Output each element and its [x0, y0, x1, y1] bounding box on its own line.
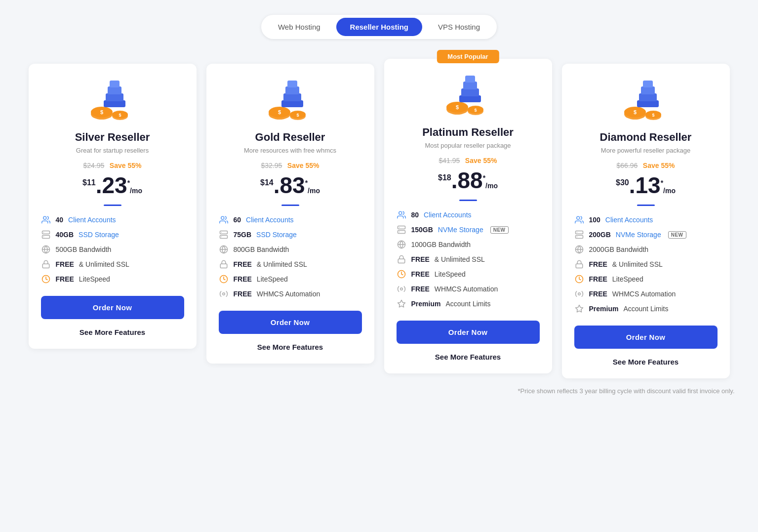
plan-price-dollar: $30: [616, 178, 629, 187]
plan-save: Save 55%: [110, 162, 142, 169]
feature-item: 75GB SSD Storage: [219, 230, 362, 240]
feature-icon-storage: [219, 230, 229, 240]
svg-rect-56: [398, 259, 405, 263]
svg-rect-28: [287, 81, 297, 87]
svg-point-58: [400, 288, 402, 290]
features-list: 100 Client Accounts 200GB NVMe Storage N…: [574, 215, 718, 314]
hosting-tabs: Web Hosting Reseller Hosting VPS Hosting: [261, 15, 497, 39]
plan-price: $14.83*/mo: [260, 172, 320, 198]
plan-price-cents: 23: [102, 172, 127, 198]
plan-icon-diamond: $ $: [621, 79, 671, 123]
feature-icon-bandwidth: [397, 240, 406, 249]
svg-point-79: [578, 293, 580, 295]
plan-price-row: $14.83*/mo: [260, 174, 320, 197]
feature-item: FREE & Unlimited SSL: [574, 259, 718, 269]
plan-icon-platinum: $ $: [443, 74, 493, 118]
plan-price-dollar: $18: [438, 173, 451, 182]
plan-price-asterisk: *: [305, 179, 308, 187]
new-badge: NEW: [490, 226, 509, 234]
feature-icon-whmcs: [574, 289, 584, 299]
feature-item: FREE LiteSpeed: [219, 274, 362, 284]
feature-icon-users: [219, 215, 229, 225]
feature-item: FREE & Unlimited SSL: [41, 259, 184, 269]
feature-icon-premium: [397, 299, 406, 309]
svg-rect-8: [108, 86, 121, 94]
feature-icon-whmcs: [219, 289, 229, 299]
svg-text:$: $: [633, 109, 636, 115]
feature-item: FREE WHMCS Automation: [397, 284, 540, 294]
svg-rect-66: [637, 100, 659, 107]
svg-rect-45: [459, 95, 481, 102]
features-list: 60 Client Accounts 75GB SSD Storage 800G…: [219, 215, 362, 299]
svg-rect-46: [461, 88, 479, 96]
plan-name: Silver Reseller: [75, 131, 150, 144]
features-list: 80 Client Accounts 150GB NVMe Storage NE…: [397, 210, 540, 309]
order-now-button[interactable]: Order Now: [219, 311, 362, 334]
feature-item: 40 Client Accounts: [41, 215, 184, 225]
tab-reseller-hosting[interactable]: Reseller Hosting: [336, 18, 422, 36]
feature-item: FREE LiteSpeed: [41, 274, 184, 284]
plan-original-price: $41.95: [439, 157, 460, 164]
plan-icon-gold: $ $: [266, 79, 315, 123]
see-more-features-link[interactable]: See More Features: [435, 353, 501, 361]
order-now-button[interactable]: Order Now: [397, 321, 540, 344]
tab-bar: Web Hosting Reseller Hosting VPS Hosting: [10, 15, 748, 39]
plan-save: Save 55%: [465, 157, 497, 164]
svg-rect-68: [641, 86, 655, 94]
plan-price: $18.88*/mo: [438, 167, 498, 193]
svg-marker-80: [575, 305, 583, 312]
feature-icon-storage: [397, 225, 406, 235]
svg-rect-27: [285, 86, 299, 94]
feature-icon-ssl: [219, 259, 229, 269]
feature-icon-ssl: [41, 259, 51, 269]
svg-point-29: [221, 216, 224, 219]
plan-name: Platinum Reseller: [422, 126, 514, 139]
tab-web-hosting[interactable]: Web Hosting: [264, 18, 334, 36]
svg-rect-48: [465, 76, 475, 82]
plan-price-suffix: /mo: [485, 182, 498, 190]
tab-vps-hosting[interactable]: VPS Hosting: [424, 18, 494, 36]
svg-point-49: [399, 211, 401, 214]
see-more-features-link[interactable]: See More Features: [613, 358, 678, 366]
plan-price-cents: 13: [635, 172, 660, 198]
plan-original-price: $66.96: [617, 162, 638, 169]
svg-rect-26: [283, 93, 301, 101]
feature-icon-whmcs: [397, 284, 406, 294]
new-badge: NEW: [668, 231, 686, 239]
svg-text:$: $: [652, 113, 654, 118]
feature-item: FREE WHMCS Automation: [574, 289, 718, 299]
order-now-button[interactable]: Order Now: [41, 296, 184, 319]
svg-point-38: [222, 293, 225, 295]
plan-price-row: $11.23*/mo: [82, 174, 142, 197]
plan-name: Diamond Reseller: [600, 131, 692, 144]
feature-item: 80 Client Accounts: [397, 210, 540, 220]
svg-rect-69: [643, 81, 653, 87]
order-now-button[interactable]: Order Now: [574, 326, 718, 349]
svg-rect-47: [463, 82, 477, 89]
plan-price: $11.23*/mo: [82, 172, 142, 198]
feature-item: 2000GB Bandwidth: [574, 245, 718, 254]
see-more-features-link[interactable]: See More Features: [80, 328, 145, 336]
plan-name: Gold Reseller: [255, 131, 325, 144]
plan-price-asterisk: *: [483, 174, 485, 182]
feature-icon-speed: [41, 274, 51, 284]
feature-item: 500GB Bandwidth: [41, 245, 184, 254]
plan-price-suffix: /mo: [663, 187, 676, 195]
plan-save: Save 55%: [287, 162, 319, 169]
see-more-features-link[interactable]: See More Features: [257, 343, 323, 351]
feature-icon-speed: [397, 269, 406, 279]
most-popular-badge: Most Popular: [437, 50, 499, 63]
feature-item: FREE LiteSpeed: [397, 269, 540, 279]
svg-text:$: $: [100, 109, 103, 115]
feature-item: FREE LiteSpeed: [574, 274, 718, 284]
feature-item: FREE & Unlimited SSL: [219, 259, 362, 269]
plan-price-asterisk: *: [661, 179, 663, 187]
feature-item: 150GB NVMe Storage NEW: [397, 225, 540, 235]
plan-price-cents: 88: [457, 167, 482, 193]
svg-rect-17: [42, 264, 49, 268]
plan-tagline: More resources with free whmcs: [244, 147, 336, 154]
feature-item: 1000GB Bandwidth: [397, 240, 540, 249]
svg-point-10: [43, 216, 46, 219]
plan-icon-silver: $ $: [88, 79, 137, 123]
features-list: 40 Client Accounts 40GB SSD Storage 500G…: [41, 215, 184, 284]
